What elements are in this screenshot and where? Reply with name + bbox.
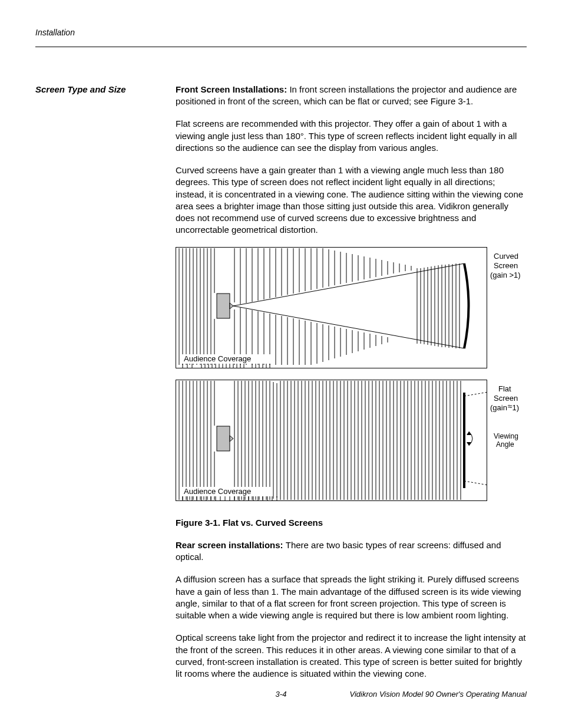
running-header: Installation [35, 27, 527, 38]
paragraph-front-screen: Front Screen Installations: In front scr… [176, 84, 527, 108]
paragraph-optical: Optical screens take light from the proj… [176, 632, 527, 680]
figure-svg: Audience Coverage [176, 247, 527, 505]
svg-marker-115 [230, 436, 233, 442]
page-number: 3-4 [35, 689, 527, 700]
lead-rear: Rear screen installations: [176, 540, 286, 550]
fig-label-viewing-2: Angle [496, 440, 514, 449]
fig-label-curved-3: (gain >1) [490, 271, 521, 279]
paragraph-flat: Flat screens are recommended with this p… [176, 118, 527, 154]
figure-3-1: Audience Coverage [176, 247, 527, 505]
svg-marker-3 [230, 303, 233, 309]
fig-label-flat-2: Screen [494, 394, 518, 403]
figure-caption: Figure 3-1. Flat vs. Curved Screens [176, 517, 527, 529]
header-rule [35, 47, 527, 47]
footer: 3-4 Vidikron Vision Model 90 Owner's Ope… [35, 689, 527, 700]
side-heading: Screen Type and Size [35, 84, 176, 95]
svg-line-5 [233, 306, 464, 348]
fig-label-curved-1: Curved [494, 252, 518, 261]
paragraph-rear-lead: Rear screen installations: There are two… [176, 539, 527, 564]
paragraph-curved: Curved screens have a gain greater than … [176, 164, 527, 236]
svg-rect-114 [217, 426, 230, 451]
svg-line-194 [464, 481, 505, 488]
fig-label-audience-bot: Audience Coverage [184, 487, 251, 496]
svg-rect-2 [217, 294, 230, 318]
lead-front: Front Screen Installations: [176, 84, 289, 94]
side-column: Screen Type and Size [35, 84, 176, 691]
main-column: Front Screen Installations: In front scr… [176, 84, 527, 691]
fig-label-flat-gain-prefix: (gain [490, 403, 507, 412]
fig-label-flat-1: Flat [498, 384, 511, 393]
svg-text:(gain≈1): (gain≈1) [490, 401, 519, 412]
page: Installation Screen Type and Size Front … [0, 0, 562, 728]
fig-label-curved-2: Screen [494, 261, 518, 270]
paragraph-diffusion: A diffusion screen has a surface that sp… [176, 574, 527, 621]
fig-label-viewing-1: Viewing [494, 432, 518, 440]
content-columns: Screen Type and Size Front Screen Instal… [35, 84, 527, 691]
fig-label-audience-top: Audience Coverage [184, 354, 251, 363]
fig-label-flat-gain-suffix: 1) [513, 403, 520, 412]
svg-line-4 [233, 263, 464, 306]
